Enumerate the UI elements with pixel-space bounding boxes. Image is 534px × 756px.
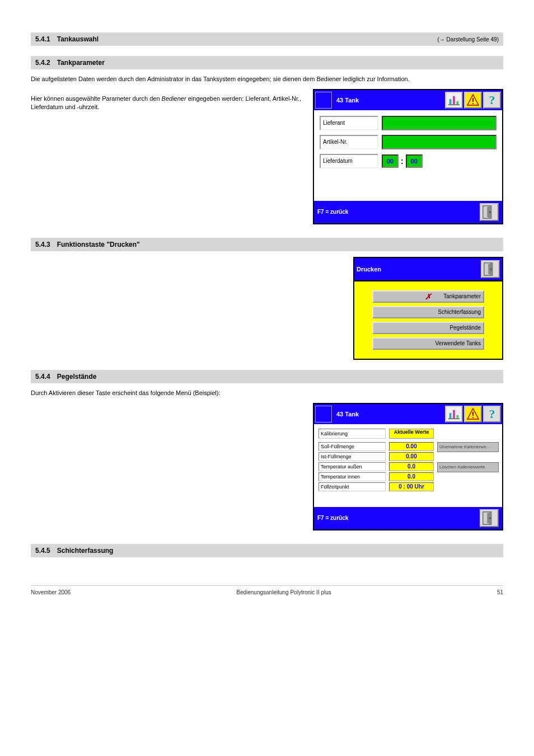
para-542b: Hier können ausgewählte Parameter durch … (31, 95, 302, 111)
window-title: 43 Tank (333, 97, 444, 104)
warning-icon[interactable] (464, 92, 482, 109)
btn-schichterfassung[interactable]: Schichterfassung (372, 306, 484, 318)
exit-button[interactable] (481, 260, 500, 278)
x-icon: ✗ (425, 292, 432, 301)
print-window: Drucken ✗ Tankparameter Schichterfassung… (353, 257, 503, 360)
time-separator: : (401, 157, 404, 166)
btn-uebernahme-kalibrier[interactable]: Übernahme Kalibrierwe... (437, 442, 499, 452)
help-icon[interactable]: ? (483, 406, 501, 422)
window-title: Drucken (357, 266, 381, 273)
label-soll: Soll-Füllmenge (318, 442, 386, 451)
system-icon[interactable] (315, 92, 332, 109)
svg-point-9 (489, 212, 491, 213)
heading-ref: (→ Darstellung Seite 49) (438, 36, 499, 43)
heading-title: Schichterfassung (57, 547, 499, 555)
heading-num: 5.4.2 (35, 59, 50, 67)
input-artikelnr[interactable] (382, 135, 496, 149)
btn-verwendete-tanks[interactable]: Verwendete Tanks (372, 337, 484, 350)
para-544: Durch Aktivieren dieser Taste erscheint … (31, 389, 503, 397)
svg-rect-0 (449, 99, 452, 104)
svg-rect-18 (472, 412, 474, 416)
btn-loeschen-kalibrier[interactable]: Löschen Kalibrierwerte (437, 462, 499, 472)
input-hour[interactable]: 00 (382, 154, 399, 168)
chart-icon[interactable] (445, 406, 463, 422)
svg-rect-1 (453, 96, 455, 105)
titlebar: Drucken (354, 258, 502, 280)
heading-545: 5.4.5 Schichterfassung (31, 544, 503, 557)
footer-date: November 2006 (31, 589, 71, 595)
heading-title: Funktionstaste "Drucken" (57, 241, 499, 248)
heading-num: 5.4.1 (35, 35, 50, 43)
window-title: 43 Tank (333, 411, 444, 417)
svg-rect-14 (453, 410, 455, 418)
svg-point-12 (490, 269, 492, 270)
svg-rect-2 (457, 101, 459, 105)
svg-rect-6 (472, 103, 474, 104)
heading-title: Pegelstände (57, 373, 499, 381)
heading-num: 5.4.5 (35, 547, 50, 555)
input-lieferant[interactable] (382, 116, 496, 130)
tank-param-window: 43 Tank ? Lieferant Artikel-Nr. (313, 89, 503, 224)
footer-hint: F7 = zurück (317, 209, 348, 215)
exit-button[interactable] (480, 509, 499, 527)
value-fuellzeitpunkt: 0 : 00 Uhr (389, 482, 434, 491)
titlebar: 43 Tank ? (314, 404, 502, 424)
svg-point-22 (489, 517, 491, 519)
heading-title: Tankauswahl (57, 35, 438, 43)
col-aktuelle-werte: Aktuelle Werte (389, 429, 434, 439)
svg-rect-13 (449, 413, 452, 418)
heading-num: 5.4.4 (35, 373, 50, 381)
footer-hint: F7 = zurück (317, 515, 348, 521)
para-542a: Die aufgelisteten Daten werden durch den… (31, 75, 503, 83)
value-ist: 0.00 (389, 452, 434, 461)
btn-tankparameter[interactable]: ✗ Tankparameter (372, 290, 484, 303)
svg-rect-19 (472, 417, 474, 418)
footer-page: 51 (497, 589, 503, 595)
label-artikelnr: Artikel-Nr. (320, 135, 378, 149)
label-kalibrierung: Kalibrierung (318, 429, 386, 439)
warning-icon[interactable] (464, 406, 482, 422)
input-minute[interactable]: 00 (406, 154, 423, 168)
heading-543: 5.4.3 Funktionstaste "Drucken" (31, 238, 503, 251)
help-icon[interactable]: ? (483, 92, 501, 109)
label-temp-innen: Temperatur innen (318, 472, 386, 481)
footer-title: Bedienungsanleitung Polytronic II plus (236, 589, 331, 595)
heading-541: 5.4.1 Tankauswahl (→ Darstellung Seite 4… (31, 32, 503, 46)
label-lieferdatum: Lieferdatum (320, 154, 378, 168)
label-temp-aussen: Temperatur außen (318, 462, 386, 471)
label-fuellzeitpunkt: Füllzeitpunkt (318, 482, 386, 491)
value-temp-innen: 0.0 (389, 472, 434, 481)
label-lieferant: Lieferant (320, 116, 378, 130)
heading-542: 5.4.2 Tankparameter (31, 56, 503, 69)
heading-title: Tankparameter (57, 59, 499, 67)
exit-button[interactable] (480, 203, 499, 221)
svg-rect-5 (472, 98, 474, 102)
heading-544: 5.4.4 Pegelstände (31, 370, 503, 383)
value-temp-aussen: 0.0 (389, 462, 434, 471)
btn-pegelstaende[interactable]: Pegelstände (372, 322, 484, 334)
chart-icon[interactable] (445, 92, 463, 109)
system-icon[interactable] (315, 406, 332, 422)
svg-rect-15 (457, 415, 459, 419)
label-ist: Ist-Füllmenge (318, 452, 386, 461)
titlebar: 43 Tank ? (314, 90, 502, 110)
pegel-window: 43 Tank ? Kalibrierung Aktuelle Werte (313, 403, 503, 530)
value-soll: 0.00 (389, 442, 434, 451)
heading-num: 5.4.3 (35, 241, 50, 248)
page-footer: November 2006 Bedienungsanleitung Polytr… (31, 585, 503, 595)
